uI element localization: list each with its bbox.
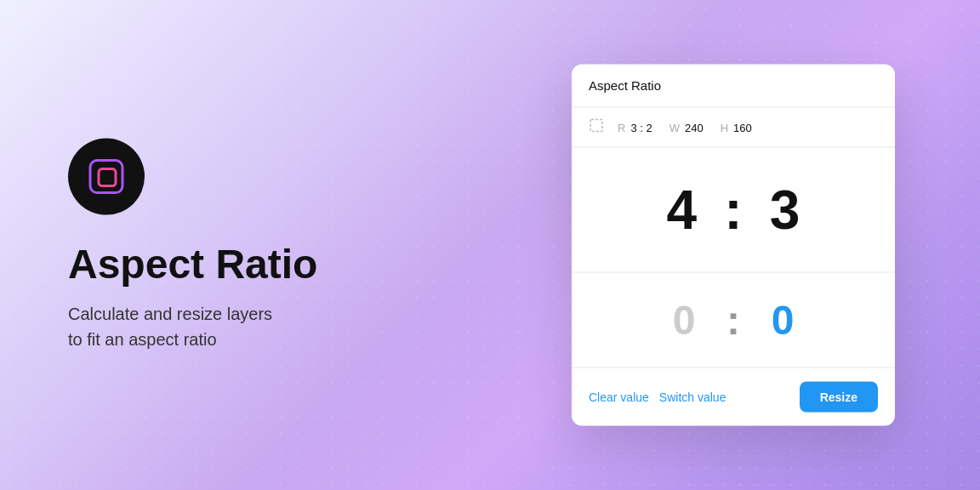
main-ratio-left: 4: [656, 179, 707, 242]
app-description: Calculate and resize layersto fit an asp…: [68, 300, 317, 351]
main-ratio-display: 4 : 3: [572, 148, 895, 273]
app-title: Aspect Ratio: [68, 242, 317, 288]
svg-rect-2: [590, 120, 602, 132]
panel-title: Aspect Ratio: [589, 78, 661, 93]
toolbar-width-field: W 240: [669, 121, 704, 134]
main-ratio-colon: :: [724, 179, 742, 242]
input-ratio-row: 0 : 0: [572, 273, 895, 368]
input-ratio-colon: :: [726, 297, 740, 344]
svg-rect-1: [99, 169, 116, 186]
crop-icon: [589, 118, 604, 137]
toolbar-width-value: 240: [685, 121, 704, 134]
main-panel: Aspect Ratio R 3 : 2 W 240 H 160 4 : 3 0…: [572, 65, 895, 426]
toolbar-height-label: H: [721, 121, 728, 134]
panel-actions: Clear value Switch value Resize: [572, 368, 895, 426]
main-ratio-right: 3: [760, 179, 811, 242]
left-section: Aspect Ratio Calculate and resize layers…: [68, 139, 317, 352]
svg-rect-0: [90, 161, 122, 193]
logo-icon: [85, 156, 128, 198]
toolbar-ratio-field: R 3 : 2: [618, 121, 652, 134]
toolbar-ratio-label: R: [618, 121, 625, 134]
toolbar-width-label: W: [669, 121, 680, 134]
clear-value-button[interactable]: Clear value: [589, 387, 649, 407]
toolbar-height-value: 160: [733, 121, 752, 134]
panel-header: Aspect Ratio: [572, 65, 895, 108]
toolbar-ratio-value: 3 : 2: [630, 121, 652, 134]
input-ratio-left[interactable]: 0: [658, 297, 709, 344]
switch-value-button[interactable]: Switch value: [659, 387, 726, 407]
panel-toolbar: R 3 : 2 W 240 H 160: [572, 108, 895, 148]
resize-button[interactable]: Resize: [800, 382, 878, 413]
logo-circle: [68, 139, 145, 215]
input-ratio-right[interactable]: 0: [757, 297, 808, 344]
toolbar-height-field: H 160: [721, 121, 752, 134]
